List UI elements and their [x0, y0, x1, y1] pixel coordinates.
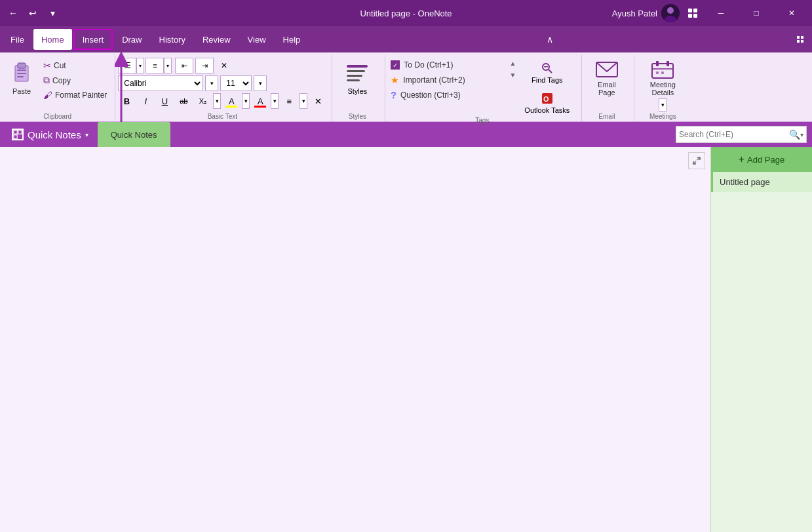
close-button[interactable]: ✕	[777, 0, 807, 26]
font-color-button[interactable]: A	[252, 93, 269, 109]
more-button[interactable]: ▾	[45, 5, 60, 21]
font-size-select[interactable]: 11	[220, 75, 252, 91]
meetings-label: Meetings	[637, 113, 688, 121]
search-dropdown-icon[interactable]: ▾	[800, 131, 803, 138]
clear-format-button[interactable]: ✕	[216, 58, 233, 73]
ribbon-collapse-button[interactable]: ∧	[541, 30, 559, 49]
align-button[interactable]: ≡	[280, 93, 298, 109]
decrease-indent-button[interactable]: ⇤	[175, 58, 193, 73]
clipboard-content: Paste ✂ Cut ⧉ Copy 🖌 Format Painter	[5, 55, 109, 113]
copy-button[interactable]: ⧉ Copy	[41, 73, 109, 87]
menu-file[interactable]: File	[3, 29, 32, 50]
svg-rect-26	[652, 64, 673, 78]
menu-draw[interactable]: Draw	[114, 29, 149, 50]
copy-label: Copy	[52, 76, 71, 85]
tag-scroll: ▲ ▼	[507, 58, 518, 80]
menu-home[interactable]: Home	[33, 29, 72, 50]
section-tab-quicknotes[interactable]: Quick Notes	[98, 122, 170, 147]
ribbon-more-button[interactable]	[791, 30, 809, 49]
svg-rect-17	[347, 70, 365, 72]
tag-important[interactable]: ★ Important (Ctrl+2)	[388, 73, 506, 87]
subscript-dropdown[interactable]: ▾	[213, 93, 221, 109]
email-page-button[interactable]: EmailPage	[587, 55, 627, 101]
layout-button[interactable]	[685, 5, 701, 21]
highlight-button[interactable]: A	[223, 93, 240, 109]
search-icon[interactable]: 🔍	[789, 129, 800, 140]
svg-rect-7	[797, 36, 800, 39]
svg-rect-15	[17, 76, 24, 77]
font-family-select[interactable]: Calibri	[118, 75, 203, 91]
menu-view[interactable]: View	[240, 29, 274, 50]
font-family-dropdown[interactable]: ▾	[205, 75, 218, 91]
right-panel: + Add Page Untitled page	[710, 147, 812, 532]
page-canvas[interactable]	[0, 147, 710, 532]
title-bar-left: ← ↩ ▾	[5, 5, 60, 21]
meeting-details-button[interactable]: MeetingDetails	[643, 55, 682, 101]
notebook-dropdown-icon: ▾	[85, 131, 88, 138]
underline-button[interactable]: U	[156, 93, 173, 109]
menu-history[interactable]: History	[151, 29, 193, 50]
svg-rect-31	[661, 72, 664, 74]
tag-scroll-up[interactable]: ▲	[507, 58, 518, 68]
svg-rect-4	[693, 9, 697, 12]
clipboard-label: Clipboard	[5, 113, 109, 121]
numbered-list-arrow[interactable]: ▾	[164, 58, 172, 73]
email-icon	[595, 60, 619, 79]
ribbon: Paste ✂ Cut ⧉ Copy 🖌 Format Painter Clip…	[0, 52, 812, 122]
bullet-list-arrow[interactable]: ▾	[136, 58, 144, 73]
tag-todo[interactable]: ✓ To Do (Ctrl+1)	[388, 58, 506, 72]
notebook-name: Quick Notes	[28, 129, 81, 140]
window-title: Untitled page - OneNote	[360, 9, 452, 18]
outlook-tasks-button[interactable]: O Outlook Tasks	[519, 89, 575, 117]
clipboard-small-buttons: ✂ Cut ⧉ Copy 🖌 Format Painter	[41, 58, 109, 102]
align-dropdown[interactable]: ▾	[300, 93, 307, 109]
cut-icon: ✂	[43, 60, 51, 71]
maximize-button[interactable]: □	[741, 0, 771, 26]
page-item-untitled[interactable]: Untitled page	[711, 172, 812, 192]
menu-insert[interactable]: Insert	[73, 29, 113, 50]
meeting-details-dropdown[interactable]: ▾	[659, 98, 667, 112]
menu-review[interactable]: Review	[195, 29, 239, 50]
notebook-title-area[interactable]: Quick Notes ▾	[5, 126, 95, 143]
search-input[interactable]	[679, 130, 789, 139]
font-color-dropdown[interactable]: ▾	[271, 93, 279, 109]
svg-rect-30	[656, 72, 659, 74]
close-format-button[interactable]: ✕	[309, 93, 326, 109]
undo-button[interactable]: ↩	[25, 5, 41, 21]
page-title: Untitled page	[720, 177, 770, 187]
outlook-tasks-label: Outlook Tasks	[524, 106, 570, 114]
font-row-1: ☰ ▾ ≡ ▾ ⇤ ⇥ ✕	[118, 58, 326, 73]
add-page-button[interactable]: + Add Page	[711, 147, 812, 172]
minimize-button[interactable]: ─	[706, 0, 736, 26]
italic-button[interactable]: I	[137, 93, 154, 109]
meeting-details-label: MeetingDetails	[650, 81, 676, 96]
highlight-dropdown[interactable]: ▾	[242, 93, 250, 109]
font-size-dropdown[interactable]: ▾	[254, 75, 267, 91]
font-color-icon: A	[258, 96, 263, 106]
menu-help[interactable]: Help	[275, 29, 309, 50]
find-tags-button[interactable]: Find Tags	[519, 59, 575, 87]
svg-rect-9	[797, 40, 800, 43]
numbered-list-button[interactable]: ≡	[145, 58, 164, 73]
subscript-button[interactable]: X₂	[194, 93, 211, 109]
cut-button[interactable]: ✂ Cut	[41, 59, 109, 72]
styles-label: Styles	[347, 87, 367, 95]
strikethrough-button[interactable]: ab	[175, 93, 192, 109]
svg-rect-14	[17, 73, 26, 74]
tag-question[interactable]: ? Question (Ctrl+3)	[388, 88, 506, 102]
notebook-icon	[12, 129, 24, 140]
bullet-list-button[interactable]: ☰	[118, 58, 136, 73]
tag-list: ✓ To Do (Ctrl+1) ★ Important (Ctrl+2) ? …	[388, 58, 506, 102]
styles-button[interactable]: Styles	[335, 55, 379, 101]
tag-scroll-more[interactable]: ▼	[507, 70, 518, 80]
svg-rect-10	[801, 40, 803, 43]
back-button[interactable]: ←	[5, 5, 21, 21]
expand-button[interactable]	[688, 152, 705, 169]
paste-button[interactable]: Paste	[5, 58, 38, 97]
increase-indent-button[interactable]: ⇥	[195, 58, 214, 73]
meeting-dropdown-area: ▾	[659, 98, 667, 112]
format-painter-button[interactable]: 🖌 Format Painter	[41, 89, 109, 102]
bold-button[interactable]: B	[118, 93, 135, 109]
styles-section: Styles Styles	[332, 55, 385, 121]
avatar	[661, 4, 680, 22]
